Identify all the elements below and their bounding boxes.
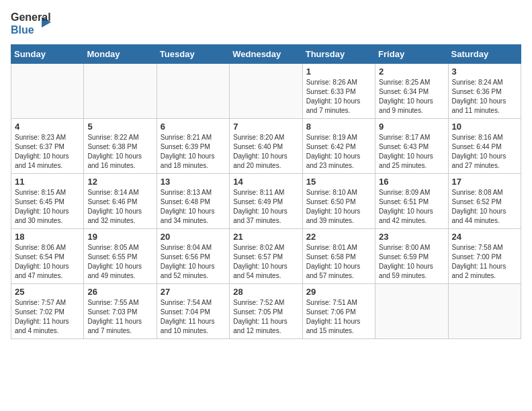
calendar-cell xyxy=(157,64,229,119)
calendar-cell: 21Sunrise: 8:02 AM Sunset: 6:57 PM Dayli… xyxy=(230,229,302,284)
day-info: Sunrise: 8:21 AM Sunset: 6:39 PM Dayligh… xyxy=(161,133,226,171)
weekday-header: Friday xyxy=(375,45,448,64)
day-number: 15 xyxy=(306,177,371,187)
day-number: 2 xyxy=(379,66,444,77)
calendar-cell: 9Sunrise: 8:17 AM Sunset: 6:43 PM Daylig… xyxy=(375,119,448,174)
day-number: 22 xyxy=(306,232,371,242)
calendar-cell xyxy=(230,64,302,119)
logo-general: General xyxy=(11,11,44,24)
day-info: Sunrise: 8:15 AM Sunset: 6:45 PM Dayligh… xyxy=(15,188,80,226)
day-info: Sunrise: 7:54 AM Sunset: 7:04 PM Dayligh… xyxy=(161,298,226,336)
calendar-cell: 14Sunrise: 8:11 AM Sunset: 6:49 PM Dayli… xyxy=(230,174,302,229)
calendar-cell: 7Sunrise: 8:20 AM Sunset: 6:40 PM Daylig… xyxy=(230,119,302,174)
day-number: 23 xyxy=(379,232,444,242)
calendar-body: 1Sunrise: 8:26 AM Sunset: 6:33 PM Daylig… xyxy=(11,64,521,339)
day-number: 16 xyxy=(379,177,444,187)
day-info: Sunrise: 8:19 AM Sunset: 6:42 PM Dayligh… xyxy=(306,133,371,171)
logo: General Blue xyxy=(11,11,51,39)
calendar-cell: 11Sunrise: 8:15 AM Sunset: 6:45 PM Dayli… xyxy=(11,174,84,229)
day-number: 26 xyxy=(87,287,152,297)
calendar-week-row: 25Sunrise: 7:57 AM Sunset: 7:02 PM Dayli… xyxy=(11,284,521,339)
calendar-cell: 27Sunrise: 7:54 AM Sunset: 7:04 PM Dayli… xyxy=(157,284,229,339)
calendar-cell: 28Sunrise: 7:52 AM Sunset: 7:05 PM Dayli… xyxy=(230,284,302,339)
calendar-cell: 23Sunrise: 8:00 AM Sunset: 6:59 PM Dayli… xyxy=(375,229,448,284)
calendar-cell: 20Sunrise: 8:04 AM Sunset: 6:56 PM Dayli… xyxy=(157,229,229,284)
day-info: Sunrise: 8:01 AM Sunset: 6:58 PM Dayligh… xyxy=(306,243,371,281)
calendar-cell xyxy=(84,64,157,119)
day-number: 14 xyxy=(233,177,298,187)
day-number: 6 xyxy=(161,122,226,132)
day-number: 11 xyxy=(15,177,80,187)
day-info: Sunrise: 8:09 AM Sunset: 6:51 PM Dayligh… xyxy=(379,188,444,226)
calendar-cell: 13Sunrise: 8:13 AM Sunset: 6:48 PM Dayli… xyxy=(157,174,229,229)
day-info: Sunrise: 8:05 AM Sunset: 6:55 PM Dayligh… xyxy=(87,243,152,281)
day-number: 17 xyxy=(452,177,517,187)
calendar-cell: 6Sunrise: 8:21 AM Sunset: 6:39 PM Daylig… xyxy=(157,119,229,174)
day-info: Sunrise: 8:16 AM Sunset: 6:44 PM Dayligh… xyxy=(452,133,517,171)
day-number: 10 xyxy=(452,122,517,132)
logo-blue: Blue xyxy=(11,24,44,36)
day-info: Sunrise: 7:57 AM Sunset: 7:02 PM Dayligh… xyxy=(15,298,80,336)
day-number: 21 xyxy=(233,232,298,242)
day-info: Sunrise: 7:51 AM Sunset: 7:06 PM Dayligh… xyxy=(306,298,371,336)
day-number: 5 xyxy=(87,122,152,132)
calendar-cell: 17Sunrise: 8:08 AM Sunset: 6:52 PM Dayli… xyxy=(448,174,521,229)
day-number: 18 xyxy=(15,232,80,242)
calendar-cell: 3Sunrise: 8:24 AM Sunset: 6:36 PM Daylig… xyxy=(448,64,521,119)
calendar-cell: 5Sunrise: 8:22 AM Sunset: 6:38 PM Daylig… xyxy=(84,119,157,174)
day-info: Sunrise: 8:13 AM Sunset: 6:48 PM Dayligh… xyxy=(161,188,226,226)
day-info: Sunrise: 8:26 AM Sunset: 6:33 PM Dayligh… xyxy=(306,78,371,116)
calendar-cell xyxy=(11,64,84,119)
calendar-cell: 24Sunrise: 7:58 AM Sunset: 7:00 PM Dayli… xyxy=(448,229,521,284)
logo-container: General Blue xyxy=(11,11,51,39)
day-info: Sunrise: 7:52 AM Sunset: 7:05 PM Dayligh… xyxy=(233,298,298,336)
calendar-cell: 25Sunrise: 7:57 AM Sunset: 7:02 PM Dayli… xyxy=(11,284,84,339)
day-info: Sunrise: 8:20 AM Sunset: 6:40 PM Dayligh… xyxy=(233,133,298,171)
calendar-cell: 18Sunrise: 8:06 AM Sunset: 6:54 PM Dayli… xyxy=(11,229,84,284)
weekday-header-row: SundayMondayTuesdayWednesdayThursdayFrid… xyxy=(11,45,521,64)
day-info: Sunrise: 8:23 AM Sunset: 6:37 PM Dayligh… xyxy=(15,133,80,171)
calendar-cell: 4Sunrise: 8:23 AM Sunset: 6:37 PM Daylig… xyxy=(11,119,84,174)
day-number: 24 xyxy=(452,232,517,242)
calendar-cell: 19Sunrise: 8:05 AM Sunset: 6:55 PM Dayli… xyxy=(84,229,157,284)
calendar-cell: 26Sunrise: 7:55 AM Sunset: 7:03 PM Dayli… xyxy=(84,284,157,339)
weekday-header: Wednesday xyxy=(230,45,302,64)
day-number: 8 xyxy=(306,122,371,132)
day-info: Sunrise: 7:55 AM Sunset: 7:03 PM Dayligh… xyxy=(87,298,152,336)
calendar-cell xyxy=(375,284,448,339)
day-info: Sunrise: 8:24 AM Sunset: 6:36 PM Dayligh… xyxy=(452,78,517,116)
logo-graphic: General Blue xyxy=(11,11,44,39)
day-info: Sunrise: 8:10 AM Sunset: 6:50 PM Dayligh… xyxy=(306,188,371,226)
day-info: Sunrise: 8:25 AM Sunset: 6:34 PM Dayligh… xyxy=(379,78,444,116)
day-number: 1 xyxy=(306,66,371,77)
calendar-cell: 29Sunrise: 7:51 AM Sunset: 7:06 PM Dayli… xyxy=(302,284,375,339)
day-number: 4 xyxy=(15,122,80,132)
day-number: 20 xyxy=(161,232,226,242)
calendar-week-row: 1Sunrise: 8:26 AM Sunset: 6:33 PM Daylig… xyxy=(11,64,521,119)
day-info: Sunrise: 8:17 AM Sunset: 6:43 PM Dayligh… xyxy=(379,133,444,171)
calendar-cell: 16Sunrise: 8:09 AM Sunset: 6:51 PM Dayli… xyxy=(375,174,448,229)
day-number: 9 xyxy=(379,122,444,132)
weekday-header: Tuesday xyxy=(157,45,229,64)
day-info: Sunrise: 8:06 AM Sunset: 6:54 PM Dayligh… xyxy=(15,243,80,281)
day-info: Sunrise: 8:04 AM Sunset: 6:56 PM Dayligh… xyxy=(161,243,226,281)
day-info: Sunrise: 8:08 AM Sunset: 6:52 PM Dayligh… xyxy=(452,188,517,226)
calendar-week-row: 11Sunrise: 8:15 AM Sunset: 6:45 PM Dayli… xyxy=(11,174,521,229)
calendar-cell xyxy=(448,284,521,339)
calendar-cell: 10Sunrise: 8:16 AM Sunset: 6:44 PM Dayli… xyxy=(448,119,521,174)
calendar-cell: 22Sunrise: 8:01 AM Sunset: 6:58 PM Dayli… xyxy=(302,229,375,284)
day-info: Sunrise: 8:02 AM Sunset: 6:57 PM Dayligh… xyxy=(233,243,298,281)
weekday-header: Thursday xyxy=(302,45,375,64)
calendar-week-row: 4Sunrise: 8:23 AM Sunset: 6:37 PM Daylig… xyxy=(11,119,521,174)
day-number: 19 xyxy=(87,232,152,242)
calendar-table: SundayMondayTuesdayWednesdayThursdayFrid… xyxy=(11,44,521,339)
calendar-cell: 2Sunrise: 8:25 AM Sunset: 6:34 PM Daylig… xyxy=(375,64,448,119)
header: General Blue xyxy=(11,11,521,39)
day-number: 28 xyxy=(233,287,298,297)
day-number: 3 xyxy=(452,66,517,77)
calendar-cell: 15Sunrise: 8:10 AM Sunset: 6:50 PM Dayli… xyxy=(302,174,375,229)
weekday-header: Saturday xyxy=(448,45,521,64)
day-number: 27 xyxy=(161,287,226,297)
calendar-cell: 12Sunrise: 8:14 AM Sunset: 6:46 PM Dayli… xyxy=(84,174,157,229)
calendar-week-row: 18Sunrise: 8:06 AM Sunset: 6:54 PM Dayli… xyxy=(11,229,521,284)
